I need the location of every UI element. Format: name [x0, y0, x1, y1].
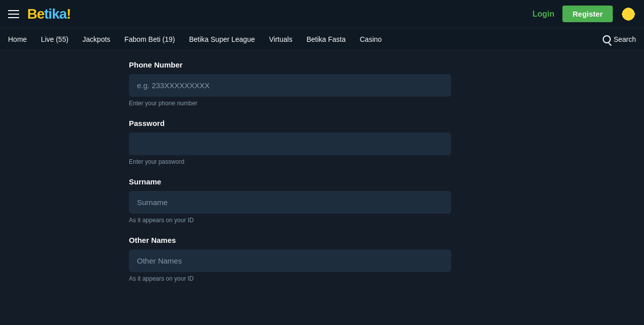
surname-label: Surname: [129, 177, 483, 186]
top-bar-left: Betika!: [8, 6, 70, 22]
hamburger-menu[interactable]: [8, 10, 19, 18]
nav-item-fabom-beti[interactable]: Fabom Beti (19): [124, 35, 175, 43]
phone-number-section: Phone Number Enter your phone number: [129, 60, 483, 107]
phone-number-hint: Enter your phone number: [129, 100, 483, 107]
search-icon: [603, 35, 611, 43]
theme-toggle-icon[interactable]: [621, 7, 636, 22]
phone-number-label: Phone Number: [129, 60, 483, 69]
main-content: Phone Number Enter your phone number Pas…: [0, 50, 483, 304]
other-names-label: Other Names: [129, 236, 483, 244]
nav-bar: Home Live (55) Jackpots Fabom Beti (19) …: [0, 28, 644, 50]
top-bar: Betika! Login Register: [0, 0, 644, 28]
logo-excl: !: [66, 6, 70, 22]
surname-input[interactable]: [129, 191, 451, 214]
logo-be: Be: [27, 6, 44, 22]
logo-tika: tika: [44, 6, 66, 22]
register-button[interactable]: Register: [562, 6, 613, 22]
password-section: Password Enter your password: [129, 119, 483, 165]
phone-number-input[interactable]: [129, 74, 451, 97]
password-hint: Enter your password: [129, 158, 483, 165]
search-label: Search: [614, 35, 636, 43]
nav-item-home[interactable]: Home: [8, 35, 27, 43]
surname-section: Surname As it appears on your ID: [129, 177, 483, 224]
nav-item-live[interactable]: Live (55): [41, 35, 68, 43]
search-button[interactable]: Search: [603, 35, 636, 43]
nav-item-jackpots[interactable]: Jackpots: [83, 35, 110, 43]
surname-hint: As it appears on your ID: [129, 217, 483, 224]
nav-item-virtuals[interactable]: Virtuals: [269, 35, 292, 43]
nav-item-casino[interactable]: Casino: [360, 35, 382, 43]
login-button[interactable]: Login: [532, 10, 554, 19]
password-label: Password: [129, 119, 483, 127]
nav-item-betika-fasta[interactable]: Betika Fasta: [307, 35, 346, 43]
other-names-section: Other Names As it appears on your ID: [129, 236, 483, 282]
other-names-hint: As it appears on your ID: [129, 275, 483, 282]
nav-item-betika-super-league[interactable]: Betika Super League: [189, 35, 255, 43]
password-input[interactable]: [129, 133, 451, 155]
logo[interactable]: Betika!: [27, 6, 70, 22]
other-names-input[interactable]: [129, 249, 451, 272]
top-bar-right: Login Register: [532, 6, 636, 22]
